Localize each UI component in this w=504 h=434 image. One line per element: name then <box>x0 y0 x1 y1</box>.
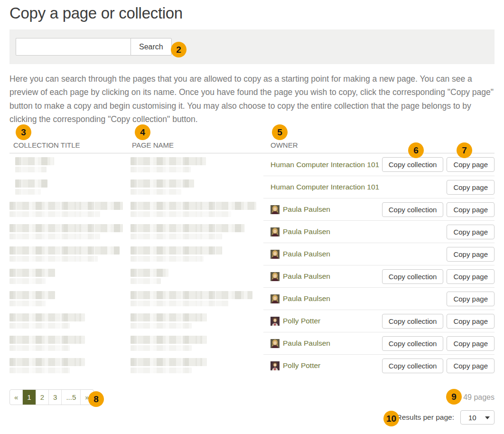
copy-page-button[interactable]: Copy page <box>447 336 495 351</box>
owner-name-link[interactable]: Paula Paulsen <box>283 294 330 303</box>
user-avatar-icon <box>271 250 280 259</box>
copy-page-button[interactable]: Copy page <box>447 314 495 329</box>
owner-cell: Human Computer Interaction 101 <box>263 183 447 191</box>
page-name-redacted[interactable] <box>131 269 168 284</box>
row-actions: Copy collection Copy page <box>382 336 495 351</box>
row-right: Polly Potter Copy collection Copy page <box>263 354 495 377</box>
user-avatar-icon <box>271 361 280 370</box>
row-actions: Copy collection Copy page <box>382 269 495 284</box>
pages-table: COLLECTION TITLE PAGE NAME OWNER Human C… <box>9 139 495 377</box>
collection-title-redacted[interactable] <box>9 313 85 329</box>
owner-name-link[interactable]: Paula Paulsen <box>283 339 330 348</box>
owner-name-link[interactable]: Polly Potter <box>283 317 320 325</box>
search-button[interactable]: Search <box>131 38 172 56</box>
row-actions: Copy page <box>447 247 495 262</box>
copy-collection-button[interactable]: Copy collection <box>382 314 444 329</box>
copy-page-button[interactable]: Copy page <box>447 247 495 262</box>
results-per-page-label: Results per page: <box>397 413 455 422</box>
collection-title-redacted[interactable] <box>15 157 54 172</box>
collection-title-redacted[interactable] <box>15 179 47 195</box>
page-name-redacted[interactable] <box>131 313 207 329</box>
pagination: «123...5» <box>9 389 94 405</box>
copy-page-screen: Copy a page or collection Search Here yo… <box>0 0 504 434</box>
page-name-redacted[interactable] <box>131 336 207 351</box>
owner-cell: Paula Paulsen <box>263 250 447 259</box>
results-per-page-value: 10 <box>468 414 476 422</box>
table-row: Paula Paulsen Copy page <box>9 287 495 310</box>
pager-item-5[interactable]: ...5 <box>61 390 80 405</box>
search-bar: Search <box>9 29 495 64</box>
owner-cell: Paula Paulsen <box>263 227 447 236</box>
table-footer: «123...5» 49 pages <box>9 389 495 405</box>
collection-title-redacted[interactable] <box>9 336 85 351</box>
page-name-redacted[interactable] <box>131 291 252 306</box>
owner-cell: Paula Paulsen <box>263 272 382 281</box>
owner-cell: Paula Paulsen <box>263 294 447 303</box>
copy-page-button[interactable]: Copy page <box>447 180 495 195</box>
owner-name-link[interactable]: Paula Paulsen <box>283 250 330 258</box>
copy-collection-button[interactable]: Copy collection <box>382 269 444 284</box>
copy-page-button[interactable]: Copy page <box>447 225 495 239</box>
user-avatar-icon <box>271 339 280 348</box>
page-name-redacted[interactable] <box>131 358 207 373</box>
step-badge-4: 4 <box>135 124 150 140</box>
owner-name-link[interactable]: Paula Paulsen <box>283 272 330 281</box>
results-per-page-select[interactable]: 10 <box>460 410 495 425</box>
table-row: Polly Potter Copy collection Copy page <box>9 354 495 377</box>
page-name-redacted[interactable] <box>131 202 256 217</box>
column-header-page-name: PAGE NAME <box>131 141 263 149</box>
row-actions: Copy collection Copy page <box>382 202 495 217</box>
table-row: Paula Paulsen Copy page <box>9 220 495 243</box>
copy-page-button[interactable]: Copy page <box>447 269 495 284</box>
pager-item-[interactable]: « <box>10 390 22 405</box>
owner-name-link[interactable]: Polly Potter <box>283 361 320 370</box>
collection-title-redacted[interactable] <box>9 291 55 306</box>
copy-collection-button[interactable]: Copy collection <box>382 359 444 373</box>
row-right: Paula Paulsen Copy collection Copy page <box>263 332 495 354</box>
results-per-page-row: Results per page: 10 <box>9 410 495 425</box>
row-actions: Copy page <box>447 225 495 239</box>
collection-title-redacted[interactable] <box>9 224 123 239</box>
collection-title-redacted[interactable] <box>9 358 85 373</box>
copy-page-button[interactable]: Copy page <box>447 292 495 306</box>
copy-page-button[interactable]: Copy page <box>447 359 495 373</box>
copy-page-button[interactable]: Copy page <box>447 202 495 217</box>
table-row: Paula Paulsen Copy collection Copy page <box>9 265 495 287</box>
copy-collection-button[interactable]: Copy collection <box>382 202 444 217</box>
owner-cell: Paula Paulsen <box>263 205 382 214</box>
pager-item-3[interactable]: 3 <box>48 390 61 405</box>
owner-cell: Paula Paulsen <box>263 339 382 348</box>
page-title: Copy a page or collection <box>9 0 495 22</box>
step-badge-8: 8 <box>88 391 104 407</box>
page-name-redacted[interactable] <box>131 179 194 195</box>
table-row: Human Computer Interaction 101 Copy coll… <box>9 153 495 176</box>
pager-item-2[interactable]: 2 <box>36 390 48 405</box>
step-badge-3: 3 <box>16 124 31 140</box>
row-actions: Copy collection Copy page <box>382 359 495 373</box>
user-avatar-icon <box>271 272 280 281</box>
owner-name-link[interactable]: Human Computer Interaction 101 <box>271 183 379 191</box>
user-avatar-icon <box>271 205 280 214</box>
copy-collection-button[interactable]: Copy collection <box>382 157 444 172</box>
owner-name-link[interactable]: Paula Paulsen <box>283 227 330 236</box>
table-row: Paula Paulsen Copy page <box>9 243 495 265</box>
step-badge-7: 7 <box>457 142 472 158</box>
collection-title-redacted[interactable] <box>9 202 123 217</box>
copy-page-button[interactable]: Copy page <box>447 157 495 172</box>
user-avatar-icon <box>271 294 280 303</box>
row-right: Polly Potter Copy collection Copy page <box>263 310 495 332</box>
page-description: Here you can search through the pages th… <box>9 72 495 126</box>
pager-item-1[interactable]: 1 <box>22 390 35 405</box>
owner-name-link[interactable]: Paula Paulsen <box>283 205 330 214</box>
search-input[interactable] <box>16 38 131 56</box>
owner-name-link[interactable]: Human Computer Interaction 101 <box>271 160 379 169</box>
row-right: Paula Paulsen Copy collection Copy page <box>263 265 495 287</box>
collection-title-redacted[interactable] <box>9 246 120 262</box>
page-name-redacted[interactable] <box>131 157 206 172</box>
page-name-redacted[interactable] <box>131 246 222 262</box>
copy-collection-button[interactable]: Copy collection <box>382 336 444 351</box>
table-row: Paula Paulsen Copy collection Copy page <box>9 198 495 220</box>
column-header-collection-title: COLLECTION TITLE <box>9 141 131 149</box>
collection-title-redacted[interactable] <box>9 269 55 284</box>
page-name-redacted[interactable] <box>131 224 245 239</box>
